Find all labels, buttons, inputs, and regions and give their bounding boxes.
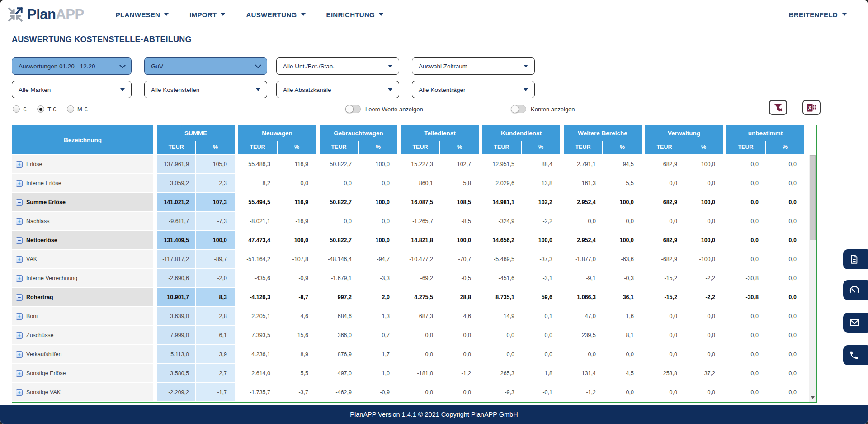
filter-select-4[interactable]: Auswahl Zeitraum xyxy=(412,57,535,75)
mail-sidebar-button[interactable] xyxy=(843,313,868,333)
cell: 682,9 xyxy=(645,193,684,211)
main-nav: PLANWESENIMPORTAUSWERTUNGEINRICHTUNG xyxy=(116,11,383,19)
row-label: Rohertrag xyxy=(26,294,53,300)
scrollbar-thumb[interactable] xyxy=(810,155,816,240)
cell: 0,0 xyxy=(684,212,723,230)
cell: -9,3 xyxy=(482,383,521,401)
cell: 141.021,2 xyxy=(157,193,195,211)
cell: 50.822,7 xyxy=(320,155,358,173)
filter-select-8[interactable]: Alle Kostenträger xyxy=(412,81,535,98)
svg-text:X: X xyxy=(808,105,811,110)
unit-radio-M-€[interactable]: M-€ xyxy=(67,105,87,113)
cell: 4.236,1 xyxy=(238,345,277,363)
cell: -0,9 xyxy=(278,269,316,287)
expand-icon[interactable]: + xyxy=(16,313,23,320)
cell: -0,1 xyxy=(522,383,560,401)
row-label-cell: +VAK xyxy=(12,250,153,268)
cell: -15,2 xyxy=(645,269,684,287)
expand-icon[interactable]: + xyxy=(16,218,23,225)
expand-icon[interactable]: + xyxy=(16,370,23,377)
cell: 15.227,3 xyxy=(401,155,439,173)
cell: 116,9 xyxy=(278,193,316,211)
expand-icon[interactable]: + xyxy=(16,351,23,358)
filter-select-5[interactable]: Alle Marken xyxy=(12,81,132,98)
cell: 14.821,8 xyxy=(401,231,439,249)
expand-icon[interactable]: + xyxy=(16,389,23,396)
filter-select-3[interactable]: Alle Unt./Bet./Stan. xyxy=(276,57,399,75)
cell: 15,6 xyxy=(278,326,316,344)
row-label: Erlöse xyxy=(26,161,42,167)
cell: 0,0 xyxy=(766,250,804,268)
cell: 366,0 xyxy=(320,326,358,344)
table-body: +Erlöse137.961,9105,055.486,3116,950.822… xyxy=(12,155,816,401)
cell: -1.877,0 xyxy=(564,250,602,268)
filter-select-2[interactable]: GuV xyxy=(144,57,267,75)
collapse-icon[interactable]: − xyxy=(16,237,23,244)
cell: -10.477,2 xyxy=(401,250,439,268)
unit-radio-T-€[interactable]: T-€ xyxy=(37,105,56,113)
row-label: Sonstige VAK xyxy=(26,389,61,395)
cell: 0,0 xyxy=(440,326,479,344)
chevron-down-icon xyxy=(524,65,528,67)
cell: -30,8 xyxy=(726,269,765,287)
cell: 100,0 xyxy=(603,231,642,249)
collapse-icon[interactable]: − xyxy=(16,294,23,301)
radio-label: € xyxy=(23,106,26,113)
phone-icon xyxy=(849,350,859,360)
column-subheader: TEUR xyxy=(726,141,765,154)
cell: 5.113,0 xyxy=(157,345,195,363)
toggle-switch[interactable] xyxy=(345,105,361,113)
expand-icon[interactable]: + xyxy=(16,332,23,339)
cell: -30,8 xyxy=(726,288,765,306)
dashboard-sidebar-button[interactable] xyxy=(843,280,868,300)
user-menu[interactable]: BREITENFELD xyxy=(789,11,847,19)
row-label: Summe Erlöse xyxy=(26,199,66,205)
toggle-switch[interactable] xyxy=(511,105,526,113)
chevron-down-icon xyxy=(388,88,392,91)
cell: 116,9 xyxy=(278,155,316,173)
expand-icon[interactable]: + xyxy=(16,275,23,282)
expand-icon[interactable]: + xyxy=(16,180,23,187)
chevron-down-icon xyxy=(842,13,847,16)
cell: 684,6 xyxy=(320,307,358,325)
filter-select-value: Alle Kostenstellen xyxy=(151,86,199,93)
cell: 2.614,0 xyxy=(238,364,277,382)
table-row: −Nettoerlöse131.409,5100,047.473,4100,05… xyxy=(12,231,816,249)
cell: 682,9 xyxy=(645,155,684,173)
brand-logo[interactable]: PlanAPP xyxy=(7,6,84,23)
filter-select-1[interactable]: Auswertungen 01.20 - 12.20 xyxy=(12,57,132,75)
cell: 100,0 xyxy=(359,231,397,249)
cell: 47.473,4 xyxy=(238,231,277,249)
nav-item-planwesen[interactable]: PLANWESEN xyxy=(116,11,169,19)
unit-radio-€[interactable]: € xyxy=(13,105,26,113)
column-subheader: TEUR xyxy=(401,141,439,154)
scrollbar-down-arrow[interactable] xyxy=(809,395,816,400)
row-label-cell: +Verkaufshilfen xyxy=(12,345,153,363)
vertical-scrollbar[interactable] xyxy=(809,155,816,402)
nav-item-auswertung[interactable]: AUSWERTUNG xyxy=(246,11,305,19)
nav-item-import[interactable]: IMPORT xyxy=(189,11,225,19)
filter-select-6[interactable]: Alle Kostenstellen xyxy=(144,81,267,98)
filter-select-7[interactable]: Alle Absatzkanäle xyxy=(276,81,399,98)
expand-icon[interactable]: + xyxy=(16,256,23,263)
collapse-icon[interactable]: − xyxy=(16,199,23,206)
expand-icon[interactable]: + xyxy=(16,161,23,168)
row-label: Sonstige Erlöse xyxy=(26,370,66,376)
radio-icon xyxy=(37,105,44,113)
cell: 497,0 xyxy=(320,364,358,382)
phone-sidebar-button[interactable] xyxy=(843,345,868,365)
cell: 12.951,5 xyxy=(482,155,521,173)
cell: 88,4 xyxy=(522,155,560,173)
column-subheaders: TEUR% xyxy=(157,141,235,154)
nav-item-einrichtung[interactable]: EINRICHTUNG xyxy=(326,11,383,19)
document-sidebar-button[interactable] xyxy=(843,249,868,269)
cell: 0,0 xyxy=(766,307,804,325)
excel-export-button[interactable]: X xyxy=(802,100,821,115)
cell: 7.999,0 xyxy=(157,326,195,344)
clear-filter-button[interactable] xyxy=(769,100,787,115)
column-subheader: TEUR xyxy=(238,141,277,154)
cell: 105,0 xyxy=(196,155,235,173)
toggle-label: Leere Werte anzeigen xyxy=(365,106,423,113)
cell: 94,5 xyxy=(603,155,642,173)
cell: 0,0 xyxy=(645,174,684,192)
